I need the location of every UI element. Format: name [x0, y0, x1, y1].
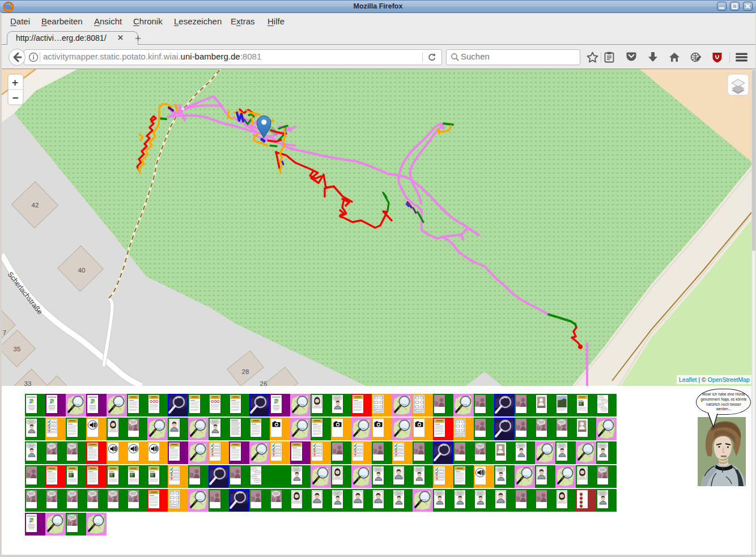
svg-text:Leaflet | © OpenStreetMap: Leaflet | © OpenStreetMap	[679, 376, 750, 383]
svg-text:35: 35	[14, 346, 21, 352]
svg-text:28: 28	[242, 368, 249, 375]
svg-text:42: 42	[32, 202, 39, 209]
svg-text:+: +	[12, 76, 18, 88]
svg-text:26: 26	[260, 380, 267, 386]
svg-text:7: 7	[3, 329, 6, 336]
svg-text:33: 33	[24, 380, 32, 386]
svg-text:−: −	[12, 92, 19, 104]
svg-text:40: 40	[78, 267, 86, 274]
